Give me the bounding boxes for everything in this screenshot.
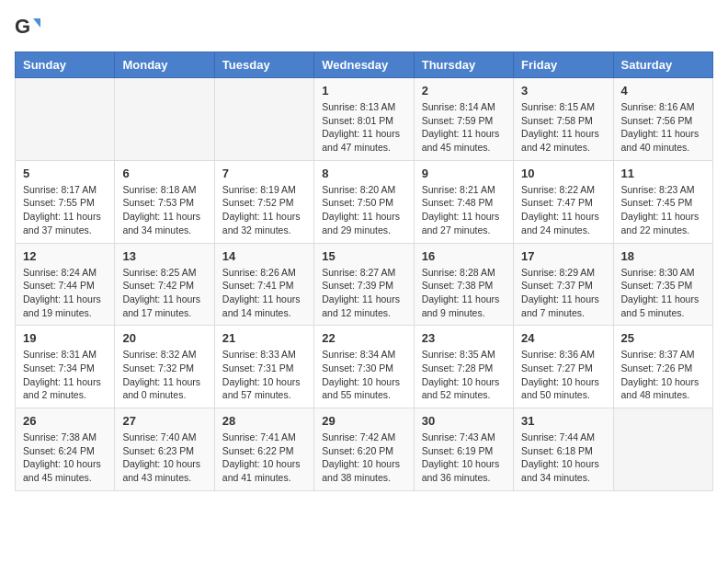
day-info: Sunrise: 8:24 AMSunset: 7:44 PMDaylight:… — [23, 266, 107, 320]
header-tuesday: Tuesday — [214, 52, 313, 78]
week-row-1: 1Sunrise: 8:13 AMSunset: 8:01 PMDaylight… — [16, 78, 713, 161]
week-row-5: 26Sunrise: 7:38 AMSunset: 6:24 PMDayligh… — [16, 408, 713, 491]
day-info: Sunrise: 7:42 AMSunset: 6:20 PMDaylight:… — [322, 431, 405, 485]
day-info: Sunrise: 8:26 AMSunset: 7:41 PMDaylight:… — [222, 266, 306, 320]
day-number: 15 — [322, 249, 405, 263]
calendar-cell: 14Sunrise: 8:26 AMSunset: 7:41 PMDayligh… — [214, 243, 313, 326]
day-number: 10 — [521, 167, 605, 180]
day-info: Sunrise: 8:37 AMSunset: 7:26 PMDaylight:… — [621, 348, 705, 402]
calendar-cell: 9Sunrise: 8:21 AMSunset: 7:48 PMDaylight… — [414, 160, 513, 243]
day-info: Sunrise: 8:32 AMSunset: 7:32 PMDaylight:… — [122, 348, 206, 402]
calendar-header-row: SundayMondayTuesdayWednesdayThursdayFrid… — [16, 52, 713, 78]
header-sunday: Sunday — [16, 52, 115, 78]
calendar-cell: 28Sunrise: 7:41 AMSunset: 6:22 PMDayligh… — [214, 408, 313, 491]
day-info: Sunrise: 8:18 AMSunset: 7:53 PMDaylight:… — [122, 183, 206, 237]
calendar-cell: 25Sunrise: 8:37 AMSunset: 7:26 PMDayligh… — [613, 326, 712, 408]
calendar-cell: 2Sunrise: 8:14 AMSunset: 7:59 PMDaylight… — [414, 78, 513, 161]
calendar-cell: 1Sunrise: 8:13 AMSunset: 8:01 PMDaylight… — [314, 78, 414, 161]
day-info: Sunrise: 8:21 AMSunset: 7:48 PMDaylight:… — [422, 183, 506, 237]
calendar-cell: 26Sunrise: 7:38 AMSunset: 6:24 PMDayligh… — [16, 408, 115, 491]
day-number: 26 — [23, 414, 107, 428]
calendar-cell: 3Sunrise: 8:15 AMSunset: 7:58 PMDaylight… — [514, 78, 613, 161]
calendar-cell: 24Sunrise: 8:36 AMSunset: 7:27 PMDayligh… — [514, 326, 613, 408]
day-info: Sunrise: 8:28 AMSunset: 7:38 PMDaylight:… — [422, 266, 506, 320]
calendar-cell: 21Sunrise: 8:33 AMSunset: 7:31 PMDayligh… — [214, 326, 313, 408]
day-number: 18 — [621, 249, 705, 263]
calendar-cell: 23Sunrise: 8:35 AMSunset: 7:28 PMDayligh… — [414, 326, 513, 408]
day-info: Sunrise: 8:13 AMSunset: 8:01 PMDaylight:… — [322, 100, 405, 155]
calendar-cell: 10Sunrise: 8:22 AMSunset: 7:47 PMDayligh… — [514, 160, 613, 243]
calendar-cell: 30Sunrise: 7:43 AMSunset: 6:19 PMDayligh… — [414, 408, 513, 491]
day-number: 25 — [621, 331, 705, 345]
day-number: 3 — [521, 84, 605, 98]
header-saturday: Saturday — [613, 52, 712, 78]
week-row-4: 19Sunrise: 8:31 AMSunset: 7:34 PMDayligh… — [16, 326, 713, 408]
calendar-cell: 18Sunrise: 8:30 AMSunset: 7:35 PMDayligh… — [613, 243, 712, 326]
calendar-cell — [214, 78, 313, 161]
calendar-cell: 5Sunrise: 8:17 AMSunset: 7:55 PMDaylight… — [16, 160, 115, 243]
day-number: 2 — [422, 84, 506, 98]
day-number: 1 — [322, 84, 405, 98]
calendar-cell: 6Sunrise: 8:18 AMSunset: 7:53 PMDaylight… — [115, 160, 214, 243]
day-number: 6 — [122, 167, 206, 180]
header-thursday: Thursday — [414, 52, 513, 78]
day-info: Sunrise: 7:44 AMSunset: 6:18 PMDaylight:… — [521, 431, 605, 485]
calendar-cell: 15Sunrise: 8:27 AMSunset: 7:39 PMDayligh… — [314, 243, 414, 326]
day-info: Sunrise: 8:14 AMSunset: 7:59 PMDaylight:… — [422, 100, 506, 155]
day-number: 7 — [222, 167, 306, 180]
day-number: 16 — [422, 249, 506, 263]
day-info: Sunrise: 8:19 AMSunset: 7:52 PMDaylight:… — [222, 183, 306, 237]
day-number: 30 — [422, 414, 506, 428]
calendar-cell: 4Sunrise: 8:16 AMSunset: 7:56 PMDaylight… — [613, 78, 712, 161]
day-info: Sunrise: 7:40 AMSunset: 6:23 PMDaylight:… — [122, 431, 206, 485]
day-number: 13 — [122, 249, 206, 263]
day-info: Sunrise: 8:15 AMSunset: 7:58 PMDaylight:… — [521, 100, 605, 155]
day-number: 12 — [23, 249, 107, 263]
day-info: Sunrise: 8:27 AMSunset: 7:39 PMDaylight:… — [322, 266, 405, 320]
calendar-cell: 11Sunrise: 8:23 AMSunset: 7:45 PMDayligh… — [613, 160, 712, 243]
day-number: 27 — [122, 414, 206, 428]
day-number: 4 — [621, 84, 705, 98]
logo: G — [15, 15, 44, 40]
calendar-cell: 20Sunrise: 8:32 AMSunset: 7:32 PMDayligh… — [115, 326, 214, 408]
day-number: 9 — [422, 167, 506, 180]
calendar-cell: 8Sunrise: 8:20 AMSunset: 7:50 PMDaylight… — [314, 160, 414, 243]
calendar-cell: 16Sunrise: 8:28 AMSunset: 7:38 PMDayligh… — [414, 243, 513, 326]
day-info: Sunrise: 8:31 AMSunset: 7:34 PMDaylight:… — [23, 348, 107, 402]
day-number: 24 — [521, 331, 605, 345]
calendar-cell: 12Sunrise: 8:24 AMSunset: 7:44 PMDayligh… — [16, 243, 115, 326]
day-number: 21 — [222, 331, 306, 345]
page-header: G — [15, 15, 713, 40]
day-info: Sunrise: 8:36 AMSunset: 7:27 PMDaylight:… — [521, 348, 605, 402]
calendar-cell: 7Sunrise: 8:19 AMSunset: 7:52 PMDaylight… — [214, 160, 313, 243]
day-info: Sunrise: 8:34 AMSunset: 7:30 PMDaylight:… — [322, 348, 405, 402]
calendar-cell: 27Sunrise: 7:40 AMSunset: 6:23 PMDayligh… — [115, 408, 214, 491]
calendar-cell — [16, 78, 115, 161]
calendar-cell — [115, 78, 214, 161]
day-number: 11 — [621, 167, 705, 180]
day-info: Sunrise: 8:17 AMSunset: 7:55 PMDaylight:… — [23, 183, 107, 237]
day-info: Sunrise: 8:22 AMSunset: 7:47 PMDaylight:… — [521, 183, 605, 237]
calendar-cell: 19Sunrise: 8:31 AMSunset: 7:34 PMDayligh… — [16, 326, 115, 408]
day-number: 5 — [23, 167, 107, 180]
day-number: 17 — [521, 249, 605, 263]
day-info: Sunrise: 7:38 AMSunset: 6:24 PMDaylight:… — [23, 431, 107, 485]
day-number: 28 — [222, 414, 306, 428]
day-info: Sunrise: 8:25 AMSunset: 7:42 PMDaylight:… — [122, 266, 206, 320]
svg-marker-1 — [33, 18, 40, 28]
calendar-cell: 31Sunrise: 7:44 AMSunset: 6:18 PMDayligh… — [514, 408, 613, 491]
day-info: Sunrise: 8:20 AMSunset: 7:50 PMDaylight:… — [322, 183, 405, 237]
calendar-cell: 17Sunrise: 8:29 AMSunset: 7:37 PMDayligh… — [514, 243, 613, 326]
header-friday: Friday — [514, 52, 613, 78]
day-number: 19 — [23, 331, 107, 345]
day-info: Sunrise: 8:16 AMSunset: 7:56 PMDaylight:… — [621, 100, 705, 155]
week-row-2: 5Sunrise: 8:17 AMSunset: 7:55 PMDaylight… — [16, 160, 713, 243]
calendar-cell: 22Sunrise: 8:34 AMSunset: 7:30 PMDayligh… — [314, 326, 414, 408]
day-number: 29 — [322, 414, 405, 428]
day-info: Sunrise: 7:43 AMSunset: 6:19 PMDaylight:… — [422, 431, 506, 485]
day-number: 22 — [322, 331, 405, 345]
calendar-cell: 29Sunrise: 7:42 AMSunset: 6:20 PMDayligh… — [314, 408, 414, 491]
day-info: Sunrise: 7:41 AMSunset: 6:22 PMDaylight:… — [222, 431, 306, 485]
svg-text:G: G — [15, 15, 30, 38]
day-number: 31 — [521, 414, 605, 428]
